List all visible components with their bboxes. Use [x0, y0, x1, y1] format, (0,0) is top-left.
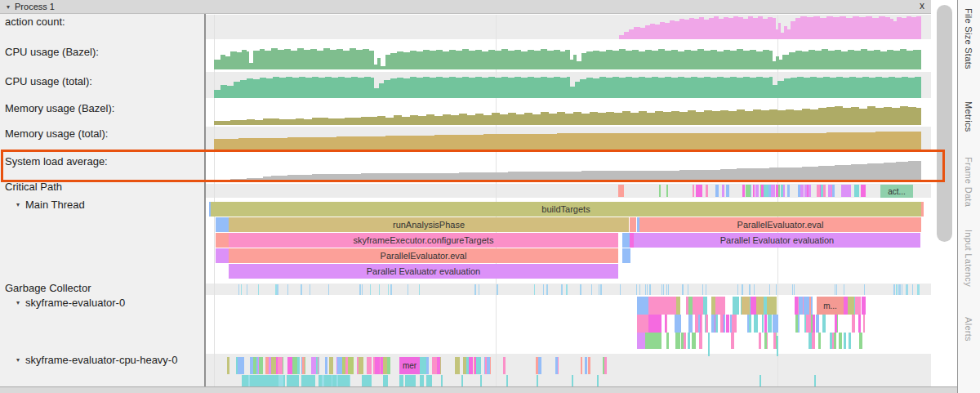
- counter-chart-cpu-total[interactable]: [214, 72, 921, 98]
- horizontal-scrollbar[interactable]: [0, 386, 957, 393]
- trace-slice[interactable]: [852, 315, 855, 333]
- trace-slice[interactable]: [702, 284, 704, 295]
- trace-slice[interactable]: [591, 284, 593, 295]
- trace-slice[interactable]: [474, 284, 476, 295]
- trace-slice[interactable]: [329, 357, 333, 374]
- trace-slice[interactable]: [597, 375, 599, 386]
- trace-slice[interactable]: [238, 357, 244, 374]
- trace-slice[interactable]: [798, 315, 800, 333]
- trace-slice[interactable]: buildTargets: [211, 202, 921, 217]
- trace-slice[interactable]: [715, 315, 718, 333]
- trace-slice[interactable]: [375, 357, 380, 374]
- trace-slice[interactable]: [832, 185, 835, 197]
- tab-input-latency[interactable]: Input Latency: [964, 230, 973, 287]
- trace-slice[interactable]: [247, 284, 247, 295]
- trace-slice[interactable]: [855, 297, 861, 315]
- trace-slice[interactable]: [272, 375, 278, 386]
- trace-slice[interactable]: skyframeExecutor.configureTargets: [229, 233, 618, 248]
- trace-slice[interactable]: [893, 284, 895, 295]
- trace-slice[interactable]: [287, 357, 292, 374]
- trace-slice[interactable]: [678, 333, 680, 349]
- track-label-skyframe-evaluator-0[interactable]: ▾skyframe-evaluator-0: [16, 297, 125, 309]
- trace-slice[interactable]: [726, 315, 729, 333]
- trace-slice[interactable]: [324, 375, 328, 386]
- trace-slice[interactable]: [325, 357, 328, 374]
- trace-slice[interactable]: [649, 284, 651, 295]
- trace-slice[interactable]: [479, 284, 479, 295]
- trace-slice[interactable]: [503, 357, 506, 374]
- trace-slice[interactable]: [722, 185, 724, 197]
- close-icon[interactable]: x: [920, 0, 924, 11]
- trace-slice[interactable]: [732, 315, 733, 333]
- trace-slice[interactable]: [281, 375, 283, 386]
- trace-slice[interactable]: [844, 333, 846, 349]
- trace-slice[interactable]: [917, 284, 919, 295]
- trace-slice[interactable]: [799, 297, 803, 315]
- trace-slice[interactable]: [701, 315, 702, 333]
- trace-slice[interactable]: [600, 284, 602, 295]
- trace-slice[interactable]: [359, 357, 363, 374]
- trace-slice[interactable]: [749, 315, 752, 333]
- trace-slice[interactable]: [620, 284, 621, 295]
- trace-slice[interactable]: [684, 333, 687, 349]
- trace-slice[interactable]: ParallelEvaluator.eval: [229, 248, 618, 263]
- counter-chart-mem-total[interactable]: [214, 127, 921, 152]
- trace-slice[interactable]: [277, 284, 278, 295]
- trace-slice[interactable]: [662, 284, 663, 295]
- trace-slice[interactable]: [720, 315, 723, 333]
- counter-chart-action-count[interactable]: [214, 15, 921, 39]
- vertical-scrollbar-thumb[interactable]: [937, 5, 952, 242]
- trace-slice[interactable]: [859, 333, 862, 349]
- trace-slice[interactable]: [399, 375, 404, 386]
- trace-slice[interactable]: [383, 357, 387, 374]
- trace-slice[interactable]: [659, 185, 661, 197]
- trace-slice[interactable]: ParallelEvaluator.eval: [639, 217, 921, 232]
- counter-chart-cpu-bazel[interactable]: [214, 42, 921, 69]
- trace-slice[interactable]: [759, 333, 761, 349]
- trace-slice[interactable]: [816, 315, 820, 333]
- counter-chart-mem-bazel[interactable]: [214, 100, 921, 125]
- trace-slice[interactable]: [455, 357, 460, 374]
- trace-slice[interactable]: [777, 336, 778, 356]
- trace-slice[interactable]: [676, 297, 680, 315]
- trace-slice[interactable]: [216, 248, 229, 263]
- trace-slice[interactable]: [469, 357, 472, 374]
- trace-slice[interactable]: Parallel Evaluator evaluation: [634, 233, 920, 248]
- trace-slice[interactable]: [497, 284, 498, 295]
- trace-slice[interactable]: [216, 217, 229, 232]
- trace-slice[interactable]: [645, 333, 662, 349]
- trace-slice[interactable]: [301, 284, 302, 295]
- trace-slice[interactable]: [637, 297, 648, 315]
- trace-slice[interactable]: [839, 333, 842, 349]
- trace-slice[interactable]: [622, 248, 630, 263]
- trace-slice[interactable]: [622, 233, 630, 248]
- trace-slice[interactable]: [581, 357, 583, 374]
- trace-slice[interactable]: [368, 375, 372, 386]
- trace-slice[interactable]: [844, 284, 844, 295]
- trace-slice[interactable]: [390, 284, 392, 295]
- collapse-arrow-icon[interactable]: ▾: [16, 356, 20, 364]
- panel-divider[interactable]: [204, 14, 206, 386]
- trace-slice[interactable]: [420, 375, 424, 386]
- trace-slice[interactable]: [599, 284, 599, 295]
- trace-slice[interactable]: [588, 357, 590, 374]
- trace-slice[interactable]: [708, 333, 710, 356]
- trace-slice[interactable]: [688, 315, 692, 333]
- trace-slice[interactable]: [555, 357, 558, 374]
- trace-slice[interactable]: [688, 333, 690, 349]
- trace-slice[interactable]: [863, 315, 865, 333]
- trace-slice[interactable]: [506, 375, 508, 386]
- trace-slice[interactable]: [814, 375, 816, 386]
- trace-slice[interactable]: [216, 233, 229, 248]
- trace-slice[interactable]: [543, 284, 544, 295]
- trace-slice[interactable]: [747, 185, 751, 197]
- trace-slice[interactable]: [749, 284, 751, 295]
- trace-slice[interactable]: [711, 315, 715, 333]
- vertical-scrollbar[interactable]: [931, 0, 957, 386]
- trace-slice[interactable]: [830, 333, 831, 349]
- trace-slice[interactable]: [538, 357, 541, 374]
- trace-slice[interactable]: [776, 284, 777, 295]
- trace-slice[interactable]: [311, 357, 316, 374]
- trace-slice[interactable]: [831, 333, 834, 349]
- trace-slice[interactable]: [647, 284, 648, 295]
